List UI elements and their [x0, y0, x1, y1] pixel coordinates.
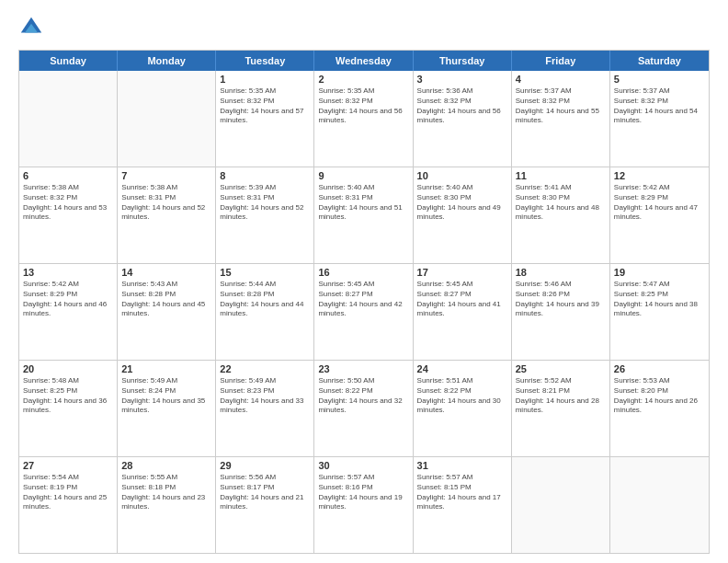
day-number: 28 — [121, 460, 211, 471]
header-day-tuesday: Tuesday — [216, 51, 314, 71]
day-info: Sunrise: 5:44 AMSunset: 8:28 PMDaylight:… — [220, 280, 310, 319]
day-cell-1: 1Sunrise: 5:35 AMSunset: 8:32 PMDaylight… — [216, 71, 314, 167]
day-info: Sunrise: 5:35 AMSunset: 8:32 PMDaylight:… — [220, 86, 310, 126]
day-info: Sunrise: 5:51 AMSunset: 8:22 PMDaylight:… — [417, 376, 507, 416]
day-number: 8 — [220, 170, 310, 181]
day-cell-11: 11Sunrise: 5:41 AMSunset: 8:30 PMDayligh… — [512, 167, 610, 263]
header — [18, 15, 710, 40]
day-number: 9 — [318, 170, 408, 181]
header-day-monday: Monday — [118, 51, 216, 71]
day-number: 10 — [417, 170, 507, 181]
day-info: Sunrise: 5:40 AMSunset: 8:31 PMDaylight:… — [318, 183, 408, 223]
day-number: 15 — [220, 267, 310, 278]
day-cell-28: 28Sunrise: 5:55 AMSunset: 8:18 PMDayligh… — [118, 457, 216, 553]
day-cell-24: 24Sunrise: 5:51 AMSunset: 8:22 PMDayligh… — [414, 361, 512, 456]
day-number: 19 — [614, 267, 705, 278]
day-cell-10: 10Sunrise: 5:40 AMSunset: 8:30 PMDayligh… — [414, 167, 512, 263]
page: SundayMondayTuesdayWednesdayThursdayFrid… — [0, 0, 728, 563]
day-cell-26: 26Sunrise: 5:53 AMSunset: 8:20 PMDayligh… — [610, 361, 709, 456]
empty-cell — [610, 457, 709, 553]
day-cell-3: 3Sunrise: 5:36 AMSunset: 8:32 PMDaylight… — [414, 71, 512, 167]
day-cell-9: 9Sunrise: 5:40 AMSunset: 8:31 PMDaylight… — [314, 167, 413, 263]
day-info: Sunrise: 5:43 AMSunset: 8:28 PMDaylight:… — [121, 280, 211, 319]
day-number: 7 — [121, 170, 211, 181]
day-info: Sunrise: 5:38 AMSunset: 8:32 PMDaylight:… — [23, 183, 113, 223]
day-info: Sunrise: 5:39 AMSunset: 8:31 PMDaylight:… — [220, 183, 310, 223]
day-cell-31: 31Sunrise: 5:57 AMSunset: 8:15 PMDayligh… — [414, 457, 512, 553]
day-info: Sunrise: 5:45 AMSunset: 8:27 PMDaylight:… — [417, 280, 507, 319]
day-info: Sunrise: 5:37 AMSunset: 8:32 PMDaylight:… — [516, 86, 606, 126]
day-number: 13 — [23, 267, 113, 278]
day-number: 11 — [516, 170, 606, 181]
day-number: 23 — [318, 363, 408, 374]
day-cell-15: 15Sunrise: 5:44 AMSunset: 8:28 PMDayligh… — [216, 264, 314, 360]
day-number: 24 — [417, 363, 507, 374]
calendar: SundayMondayTuesdayWednesdayThursdayFrid… — [18, 50, 710, 554]
day-info: Sunrise: 5:52 AMSunset: 8:21 PMDaylight:… — [516, 376, 606, 416]
day-cell-25: 25Sunrise: 5:52 AMSunset: 8:21 PMDayligh… — [512, 361, 610, 456]
day-info: Sunrise: 5:36 AMSunset: 8:32 PMDaylight:… — [417, 86, 507, 126]
day-cell-12: 12Sunrise: 5:42 AMSunset: 8:29 PMDayligh… — [610, 167, 709, 263]
day-info: Sunrise: 5:45 AMSunset: 8:27 PMDaylight:… — [318, 280, 408, 319]
header-day-wednesday: Wednesday — [314, 51, 413, 71]
calendar-body: 1Sunrise: 5:35 AMSunset: 8:32 PMDaylight… — [19, 71, 709, 553]
day-number: 6 — [23, 170, 113, 181]
day-cell-22: 22Sunrise: 5:49 AMSunset: 8:23 PMDayligh… — [216, 361, 314, 456]
day-info: Sunrise: 5:40 AMSunset: 8:30 PMDaylight:… — [417, 183, 507, 223]
day-cell-29: 29Sunrise: 5:56 AMSunset: 8:17 PMDayligh… — [216, 457, 314, 553]
day-info: Sunrise: 5:42 AMSunset: 8:29 PMDaylight:… — [23, 280, 113, 319]
day-info: Sunrise: 5:35 AMSunset: 8:32 PMDaylight:… — [318, 86, 408, 126]
calendar-week-2: 6Sunrise: 5:38 AMSunset: 8:32 PMDaylight… — [19, 167, 709, 263]
day-cell-19: 19Sunrise: 5:47 AMSunset: 8:25 PMDayligh… — [610, 264, 709, 360]
header-day-thursday: Thursday — [414, 51, 512, 71]
header-day-saturday: Saturday — [610, 51, 709, 71]
day-info: Sunrise: 5:48 AMSunset: 8:25 PMDaylight:… — [23, 376, 113, 416]
day-info: Sunrise: 5:38 AMSunset: 8:31 PMDaylight:… — [121, 183, 211, 223]
day-number: 31 — [417, 460, 507, 471]
day-info: Sunrise: 5:54 AMSunset: 8:19 PMDaylight:… — [23, 473, 113, 512]
day-number: 14 — [121, 267, 211, 278]
day-cell-21: 21Sunrise: 5:49 AMSunset: 8:24 PMDayligh… — [118, 361, 216, 456]
day-cell-20: 20Sunrise: 5:48 AMSunset: 8:25 PMDayligh… — [19, 361, 118, 456]
calendar-week-4: 20Sunrise: 5:48 AMSunset: 8:25 PMDayligh… — [19, 360, 709, 456]
calendar-week-1: 1Sunrise: 5:35 AMSunset: 8:32 PMDaylight… — [19, 71, 709, 167]
day-cell-4: 4Sunrise: 5:37 AMSunset: 8:32 PMDaylight… — [512, 71, 610, 167]
day-info: Sunrise: 5:42 AMSunset: 8:29 PMDaylight:… — [614, 183, 705, 223]
header-day-friday: Friday — [512, 51, 610, 71]
day-info: Sunrise: 5:57 AMSunset: 8:15 PMDaylight:… — [417, 473, 507, 512]
empty-cell — [118, 71, 216, 167]
day-info: Sunrise: 5:46 AMSunset: 8:26 PMDaylight:… — [516, 280, 606, 319]
day-cell-23: 23Sunrise: 5:50 AMSunset: 8:22 PMDayligh… — [314, 361, 413, 456]
day-cell-8: 8Sunrise: 5:39 AMSunset: 8:31 PMDaylight… — [216, 167, 314, 263]
day-number: 1 — [220, 74, 310, 85]
day-number: 27 — [23, 460, 113, 471]
empty-cell — [19, 71, 118, 167]
day-number: 30 — [318, 460, 408, 471]
day-info: Sunrise: 5:49 AMSunset: 8:24 PMDaylight:… — [121, 376, 211, 416]
day-info: Sunrise: 5:47 AMSunset: 8:25 PMDaylight:… — [614, 280, 705, 319]
calendar-week-3: 13Sunrise: 5:42 AMSunset: 8:29 PMDayligh… — [19, 263, 709, 360]
day-info: Sunrise: 5:57 AMSunset: 8:16 PMDaylight:… — [318, 473, 408, 512]
day-cell-16: 16Sunrise: 5:45 AMSunset: 8:27 PMDayligh… — [314, 264, 413, 360]
day-number: 20 — [23, 363, 113, 374]
day-info: Sunrise: 5:55 AMSunset: 8:18 PMDaylight:… — [121, 473, 211, 512]
day-number: 2 — [318, 74, 408, 85]
day-info: Sunrise: 5:50 AMSunset: 8:22 PMDaylight:… — [318, 376, 408, 416]
day-number: 29 — [220, 460, 310, 471]
day-cell-14: 14Sunrise: 5:43 AMSunset: 8:28 PMDayligh… — [118, 264, 216, 360]
day-cell-5: 5Sunrise: 5:37 AMSunset: 8:32 PMDaylight… — [610, 71, 709, 167]
day-cell-13: 13Sunrise: 5:42 AMSunset: 8:29 PMDayligh… — [19, 264, 118, 360]
calendar-header: SundayMondayTuesdayWednesdayThursdayFrid… — [19, 51, 709, 71]
day-cell-2: 2Sunrise: 5:35 AMSunset: 8:32 PMDaylight… — [314, 71, 413, 167]
day-number: 26 — [614, 363, 705, 374]
day-info: Sunrise: 5:49 AMSunset: 8:23 PMDaylight:… — [220, 376, 310, 416]
day-number: 22 — [220, 363, 310, 374]
day-cell-18: 18Sunrise: 5:46 AMSunset: 8:26 PMDayligh… — [512, 264, 610, 360]
calendar-week-5: 27Sunrise: 5:54 AMSunset: 8:19 PMDayligh… — [19, 456, 709, 553]
day-cell-17: 17Sunrise: 5:45 AMSunset: 8:27 PMDayligh… — [414, 264, 512, 360]
header-day-sunday: Sunday — [19, 51, 118, 71]
day-cell-7: 7Sunrise: 5:38 AMSunset: 8:31 PMDaylight… — [118, 167, 216, 263]
logo — [18, 15, 48, 40]
empty-cell — [512, 457, 610, 553]
day-cell-30: 30Sunrise: 5:57 AMSunset: 8:16 PMDayligh… — [314, 457, 413, 553]
